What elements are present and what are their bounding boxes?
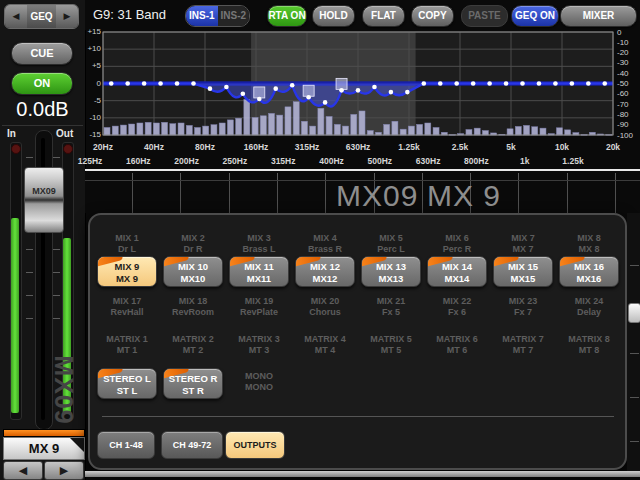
freq-label-zoom: 200Hz [174, 156, 199, 166]
channel-label-mix-21: MIX 21Fx 5 [361, 296, 421, 318]
channel-label-mix-18: MIX 18RevRoom [163, 296, 223, 318]
channel-select-button-mix-12[interactable]: MIX 12MX12 [295, 256, 355, 287]
channel-label-matrix-5: MATRIX 5MT 5 [361, 334, 421, 356]
label-line2: MT 5 [361, 345, 421, 356]
button-line2: MX13 [362, 273, 420, 285]
tab-ins2[interactable]: INS-2 [218, 6, 250, 26]
channel-select-button-stereo-l[interactable]: STEREO LST L [97, 368, 157, 399]
strip-tick [422, 173, 423, 180]
channel-label-mix-24: MIX 24Delay [559, 296, 619, 318]
next-channel-button[interactable]: ▶ [44, 461, 84, 480]
strip-divider [180, 181, 181, 213]
channel-select-button-mix-13[interactable]: MIX 13MX13 [361, 256, 421, 287]
channel-label-mix-1: MIX 1Dr L [97, 233, 157, 255]
strip-divider [615, 181, 616, 213]
label-line2: Chorus [295, 307, 355, 318]
geq-curve-editor[interactable] [85, 30, 640, 180]
channel-select-button-stereo-r[interactable]: STEREO RST R [163, 368, 223, 399]
channel-select-button-mix-15[interactable]: MIX 15MX15 [493, 256, 553, 287]
strip-tick [518, 173, 519, 180]
channel-label-mix-19: MIX 19RevPlate [229, 296, 289, 318]
scroll-strip [627, 213, 640, 471]
big-channel-id: MX09 [336, 179, 418, 213]
button-line1: MIX 14 [428, 261, 486, 273]
strip-divider [518, 181, 519, 213]
topbar-button-mixer[interactable]: MIXER [560, 5, 637, 27]
meter-in-label: In [7, 128, 16, 139]
panel-tab-ch-1-48[interactable]: CH 1-48 [97, 431, 155, 459]
channel-label-mix-6: MIX 6Perc R [427, 233, 487, 255]
freq-label-zoom: 1k [520, 156, 529, 166]
topbar-button-geq-on[interactable]: GEQ ON [511, 5, 559, 27]
label-line2: MT 8 [559, 345, 619, 356]
label-line1: MATRIX 3 [229, 334, 289, 345]
channel-label-mix-5: MIX 5Perc L [361, 233, 421, 255]
cue-button[interactable]: CUE [11, 42, 73, 65]
channel-select-button-mix-16[interactable]: MIX 16MX16 [559, 256, 619, 287]
label-line1: MATRIX 8 [559, 334, 619, 345]
label-line1: MIX 22 [427, 296, 487, 307]
label-line2: Brass L [229, 244, 289, 255]
label-line1: MIX 2 [163, 233, 223, 244]
panel-tab-ch-49-72[interactable]: CH 49-72 [161, 431, 223, 459]
tab-ins1[interactable]: INS-1 [186, 6, 218, 26]
graph-bottom-rule [85, 169, 640, 171]
fader-tick [53, 272, 60, 273]
label-line2: MT 6 [427, 345, 487, 356]
channel-select-button-mix-10[interactable]: MIX 10MX10 [163, 256, 223, 287]
label-line2: MT 4 [295, 345, 355, 356]
channel-name-text: MX 9 [29, 441, 59, 456]
label-line2: Dr L [97, 244, 157, 255]
channel-select-button-mix-9[interactable]: MIX 9MX 9 [97, 256, 157, 287]
strip-divider [229, 181, 230, 213]
gain-tick-label: +10 [86, 45, 101, 53]
topbar-button-paste: PASTE [461, 5, 508, 27]
channel-label-mix-7: MIX 7MX 7 [493, 233, 553, 255]
freq-label-zoom: 1.25k [562, 156, 583, 166]
rta-tick-label: -100 [617, 132, 633, 140]
fader-tick [53, 295, 60, 296]
button-line1: MIX 13 [362, 261, 420, 273]
channel-select-button-mix-14[interactable]: MIX 14MX14 [427, 256, 487, 287]
topbar-button-copy[interactable]: COPY [411, 5, 454, 27]
input-meter-peak-lamp [11, 144, 21, 154]
fader-cap[interactable]: MX09 [24, 167, 64, 233]
prev-channel-button[interactable]: ◀ [3, 461, 43, 480]
freq-label-full: 5k [506, 142, 515, 152]
freq-label-zoom: 800Hz [464, 156, 489, 166]
freq-label-zoom: 630Hz [416, 156, 441, 166]
sidebar-divider [2, 125, 83, 126]
topbar-button-hold[interactable]: HOLD [312, 5, 355, 27]
label-line1: MIX 1 [97, 233, 157, 244]
topbar-button-rta-on[interactable]: RTA ON [267, 5, 307, 27]
geq-selector: ◀ GEQ ▶ [4, 4, 79, 29]
channel-label-mix-22: MIX 22Fx 6 [427, 296, 487, 318]
panel-tab-outputs[interactable]: OUTPUTS [225, 431, 285, 459]
geq-next-icon[interactable]: ▶ [56, 5, 78, 28]
button-line2: MX16 [560, 273, 618, 285]
freq-label-full: 20k [606, 142, 620, 152]
channel-name-plate[interactable]: MX 9 [3, 437, 85, 460]
geq-screen: ◀ GEQ ▶ CUE ON 0.0dB In Out MX09 MX09 MX… [0, 0, 640, 480]
bottom-scrollbar-track[interactable] [85, 471, 640, 477]
label-line1: MATRIX 1 [97, 334, 157, 345]
strip-tick [325, 173, 326, 180]
fader-tick [53, 249, 60, 250]
label-line1: MONO [229, 371, 289, 382]
channel-select-button-mix-11[interactable]: MIX 11MX11 [229, 256, 289, 287]
freq-label-full: 10k [555, 142, 569, 152]
strip-divider [325, 181, 326, 213]
label-line2: MT 3 [229, 345, 289, 356]
output-meter-peak-lamp [63, 144, 73, 154]
geq-prev-icon[interactable]: ◀ [5, 5, 27, 28]
button-line2: MX15 [494, 273, 552, 285]
label-line1: MATRIX 4 [295, 334, 355, 345]
strip-tick [132, 173, 133, 180]
topbar-button-flat[interactable]: FLAT [362, 5, 405, 27]
scrollbar-thumb[interactable] [628, 303, 640, 323]
strip-divider [277, 181, 278, 213]
strip-divider [132, 181, 133, 213]
channel-label-mix-4: MIX 4Brass R [295, 233, 355, 255]
on-button[interactable]: ON [11, 72, 73, 95]
scroll-strip-tick [630, 397, 639, 398]
